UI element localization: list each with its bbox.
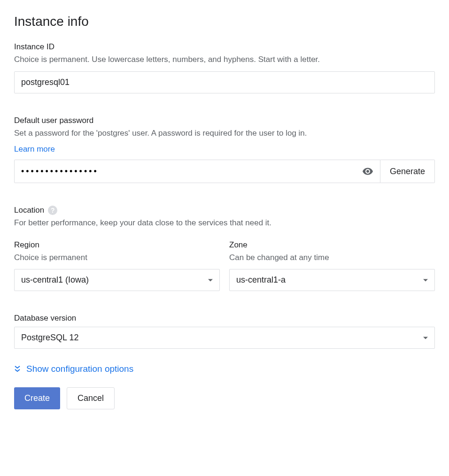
- db-version-select-value: PostgreSQL 12: [21, 333, 78, 342]
- region-select[interactable]: us-central1 (Iowa): [14, 269, 220, 291]
- password-help: Set a password for the 'postgres' user. …: [14, 127, 435, 139]
- db-version-select[interactable]: PostgreSQL 12: [14, 327, 435, 349]
- show-configuration-options-toggle[interactable]: Show configuration options: [14, 364, 435, 374]
- password-section: Default user password Set a password for…: [14, 116, 435, 184]
- password-label: Default user password: [14, 116, 435, 125]
- caret-down-icon: [423, 337, 428, 339]
- learn-more-link[interactable]: Learn more: [14, 145, 55, 154]
- instance-id-label: Instance ID: [14, 42, 435, 52]
- instance-id-input[interactable]: [14, 71, 435, 93]
- double-chevron-down-icon: [14, 365, 21, 373]
- password-input[interactable]: [21, 167, 358, 177]
- show-configuration-options-label: Show configuration options: [26, 364, 133, 374]
- location-section: Location ? For better performance, keep …: [14, 206, 435, 291]
- button-row: Create Cancel: [14, 387, 435, 409]
- instance-id-section: Instance ID Choice is permanent. Use low…: [14, 42, 435, 93]
- instance-id-help: Choice is permanent. Use lowercase lette…: [14, 54, 435, 66]
- zone-select-value: us-central1-a: [236, 275, 286, 284]
- region-select-value: us-central1 (Iowa): [21, 275, 89, 284]
- generate-button[interactable]: Generate: [380, 160, 435, 183]
- cancel-button[interactable]: Cancel: [67, 387, 115, 409]
- eye-icon[interactable]: [362, 166, 373, 177]
- create-button[interactable]: Create: [14, 387, 60, 409]
- location-label: Location ?: [14, 206, 435, 215]
- caret-down-icon: [208, 279, 213, 281]
- caret-down-icon: [423, 279, 428, 281]
- zone-label: Zone: [229, 240, 435, 250]
- zone-column: Zone Can be changed at any time us-centr…: [229, 240, 435, 292]
- region-label: Region: [14, 240, 220, 250]
- region-help: Choice is permanent: [14, 252, 220, 264]
- zone-help: Can be changed at any time: [229, 252, 435, 264]
- page-title: Instance info: [14, 14, 435, 29]
- help-icon[interactable]: ?: [48, 206, 57, 215]
- db-version-label: Database version: [14, 314, 435, 323]
- zone-select[interactable]: us-central1-a: [229, 269, 435, 291]
- db-version-section: Database version PostgreSQL 12: [14, 314, 435, 349]
- location-help: For better performance, keep your data c…: [14, 217, 435, 229]
- region-column: Region Choice is permanent us-central1 (…: [14, 240, 220, 292]
- location-label-text: Location: [14, 206, 44, 215]
